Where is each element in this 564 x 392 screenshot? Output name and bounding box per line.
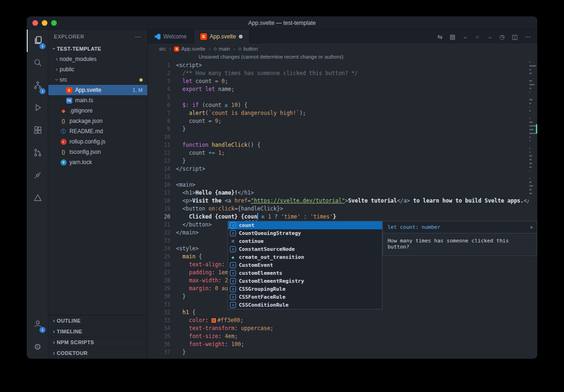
line-number[interactable]: 22 — [148, 229, 170, 237]
line-number[interactable]: 5 — [148, 93, 170, 101]
code-line[interactable]: 17 <h1>Hello {name}!</h1> — [148, 189, 537, 197]
file-rollup-config-js[interactable]: rrollup.config.js — [48, 136, 147, 147]
code-line[interactable]: 3 let count = 0; — [148, 77, 537, 85]
forward-icon[interactable]: → — [486, 33, 492, 40]
line-number[interactable]: 1 — [148, 61, 170, 69]
activity-item-triangle-extension[interactable] — [27, 187, 48, 210]
breadcrumb-item-main[interactable]: ◇main — [213, 46, 230, 52]
line-number[interactable]: 10 — [148, 133, 170, 141]
folder-public[interactable]: ›public — [48, 64, 147, 75]
activity-item-explorer[interactable]: 1 — [27, 30, 48, 52]
activity-item-remote-plug[interactable] — [27, 165, 48, 187]
suggestion-cssconditionrule[interactable]: xCSSConditionRule — [228, 301, 382, 309]
code-line[interactable]: 12 count += 1; — [148, 149, 537, 157]
file-readme-md[interactable]: ⓘREADME.md — [48, 126, 147, 136]
sidebar-panel-codetour[interactable]: ›CODETOUR — [48, 347, 147, 358]
suggestion-countqueuingstrategy[interactable]: xCountQueuingStrategy — [228, 229, 382, 237]
code-line[interactable]: 37 } — [148, 348, 537, 356]
line-number[interactable]: 37 — [148, 348, 170, 356]
activity-item-search[interactable] — [27, 52, 48, 75]
suggestion-create_out_transition[interactable]: ◆create_out_transition — [228, 253, 382, 261]
code-line[interactable]: 16<main> — [148, 181, 537, 189]
line-number[interactable]: 11 — [148, 141, 170, 149]
file-tsconfig-json[interactable]: {}tsconfig.json — [48, 147, 147, 157]
tab-app-svelte[interactable]: SApp.svelte — [194, 30, 250, 44]
tab-welcome[interactable]: Welcome — [148, 30, 194, 44]
line-number[interactable]: 16 — [148, 181, 170, 189]
line-number[interactable]: 36 — [148, 340, 170, 348]
activity-item-run-debug[interactable] — [27, 97, 48, 120]
code-line[interactable]: 15 — [148, 173, 537, 181]
code-line[interactable]: 33 color: #ff3e00; — [148, 317, 537, 324]
lightbulb-icon[interactable] — [178, 214, 183, 220]
line-number[interactable]: 4 — [148, 85, 170, 93]
open-preview-icon[interactable]: ▤ — [450, 33, 455, 40]
sidebar-panel-outline[interactable]: ›OUTLINE — [48, 315, 147, 326]
file-main-ts[interactable]: TSmain.ts — [48, 95, 147, 106]
line-number[interactable]: 12 — [148, 149, 170, 157]
minimize-window-button[interactable] — [42, 20, 47, 26]
suggestion-constantsourcenode[interactable]: xConstantSourceNode — [228, 245, 382, 253]
code-line[interactable]: 19 <button on:click={handleClick}> — [148, 205, 537, 213]
activity-item-extensions[interactable] — [27, 120, 48, 142]
sidebar-panel-npm-scripts[interactable]: ›NPM SCRIPTS — [48, 337, 147, 347]
open-changes-icon[interactable]: ⇆ — [437, 33, 442, 40]
code-line[interactable]: 35 font-size: 4em; — [148, 332, 537, 340]
line-number[interactable]: 6 — [148, 101, 170, 109]
dirty-indicator[interactable] — [239, 35, 243, 38]
code-line[interactable]: 7 alert(`count is dangerously high!`); — [148, 109, 537, 117]
back-icon[interactable]: ← — [463, 33, 469, 40]
file--gitignore[interactable]: ◆.gitignore — [48, 106, 147, 116]
code-line[interactable]: 8 count = 9; — [148, 117, 537, 125]
line-number[interactable]: 34 — [148, 324, 170, 332]
line-number[interactable]: 24 — [148, 245, 170, 253]
code-line[interactable]: 4 export let name; — [148, 85, 537, 93]
suggestion-cssgroupingrule[interactable]: xCSSGroupingRule — [228, 285, 382, 293]
file-package-json[interactable]: {}package.json — [48, 116, 147, 126]
suggestion-customevent[interactable]: xCustomEvent — [228, 261, 382, 269]
line-number[interactable]: 2 — [148, 69, 170, 77]
line-number[interactable]: 35 — [148, 332, 170, 340]
breadcrumb-item-app-svelte[interactable]: SApp.svelte — [174, 46, 205, 52]
code-line[interactable]: 11 function handleClick() { — [148, 141, 537, 149]
breadcrumb-item-button[interactable]: ◇button — [238, 46, 258, 52]
line-number[interactable]: 15 — [148, 173, 170, 181]
code-line[interactable]: 18 <p>Visit the <a href="https://svelte.… — [148, 197, 537, 205]
line-number[interactable]: 8 — [148, 117, 170, 125]
line-number[interactable]: 29 — [148, 285, 170, 293]
color-swatch-icon[interactable] — [212, 318, 216, 323]
line-number[interactable]: 13 — [148, 157, 170, 165]
file-app-svelte[interactable]: SApp.svelte1, M — [48, 85, 147, 95]
suggestion-cssfontfacerule[interactable]: xCSSFontFaceRule — [228, 293, 382, 301]
close-icon[interactable]: ✕ — [526, 224, 533, 230]
activity-item-github-pull-requests[interactable] — [27, 142, 48, 165]
suggestion-count[interactable]: xcount — [228, 221, 382, 229]
line-number[interactable]: 20 — [148, 213, 170, 221]
explorer-more-actions-icon[interactable]: ⋯ — [135, 33, 142, 40]
code-line[interactable]: 1<script> — [148, 61, 537, 69]
line-number[interactable]: 23 — [148, 237, 170, 245]
editor-content[interactable]: Unsaved changes (cannot determine recent… — [148, 54, 537, 358]
line-number[interactable]: 28 — [148, 277, 170, 285]
activity-item-accounts[interactable]: 1 — [27, 313, 48, 336]
code-line[interactable]: 36 font-weight: 100; — [148, 340, 537, 348]
code-line[interactable]: 14</script> — [148, 165, 537, 173]
line-number[interactable]: 14 — [148, 165, 170, 173]
line-number[interactable]: 27 — [148, 269, 170, 277]
suggestion-customelementregistry[interactable]: xCustomElementRegistry — [228, 277, 382, 285]
project-root-row[interactable]: › TEST-TEMPLATE — [48, 44, 147, 54]
line-number[interactable]: 17 — [148, 189, 170, 197]
line-number[interactable]: 26 — [148, 261, 170, 269]
suggestion-continue[interactable]: ≡continue — [228, 237, 382, 245]
folder-node-modules[interactable]: ›node_modules — [48, 54, 147, 64]
line-number[interactable]: 33 — [148, 317, 170, 324]
line-number[interactable]: 21 — [148, 221, 170, 229]
line-number[interactable]: 31 — [148, 301, 170, 309]
activity-item-source-control[interactable]: 1 — [27, 75, 48, 97]
split-editor-icon[interactable]: ◫ — [512, 33, 518, 40]
close-window-button[interactable] — [32, 20, 38, 26]
line-number[interactable]: 19 — [148, 205, 170, 213]
record-icon[interactable]: ○ — [476, 33, 480, 40]
sidebar-panel-timeline[interactable]: ›TIMELINE — [48, 326, 147, 337]
line-number[interactable]: 3 — [148, 77, 170, 85]
